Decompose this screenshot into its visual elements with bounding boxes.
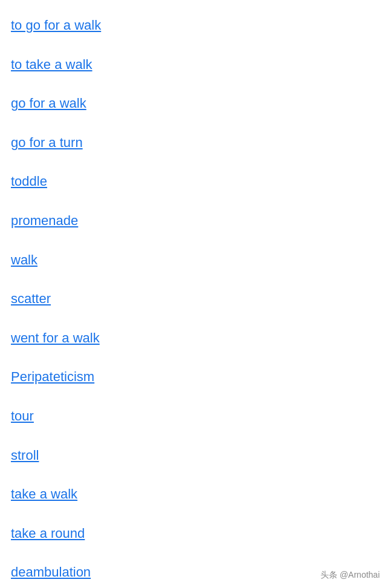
link-11[interactable]: tour [11, 397, 376, 436]
link-14[interactable]: take a round [11, 514, 376, 554]
link-8[interactable]: scatter [11, 279, 376, 319]
link-3[interactable]: go for a walk [11, 84, 376, 123]
link-4[interactable]: go for a turn [11, 123, 376, 163]
link-9[interactable]: went for a walk [11, 319, 376, 358]
link-12[interactable]: stroll [11, 436, 376, 475]
watermark: 头条 @Arnothai [320, 570, 380, 581]
link-1[interactable]: to go for a walk [11, 6, 376, 45]
link-7[interactable]: walk [11, 241, 376, 280]
link-2[interactable]: to take a walk [11, 45, 376, 85]
link-13[interactable]: take a walk [11, 475, 376, 514]
link-5[interactable]: toddle [11, 162, 376, 201]
link-6[interactable]: promenade [11, 201, 376, 241]
link-10[interactable]: Peripateticism [11, 358, 376, 397]
link-list: to go for a walkto take a walkgo for a w… [0, 6, 387, 588]
